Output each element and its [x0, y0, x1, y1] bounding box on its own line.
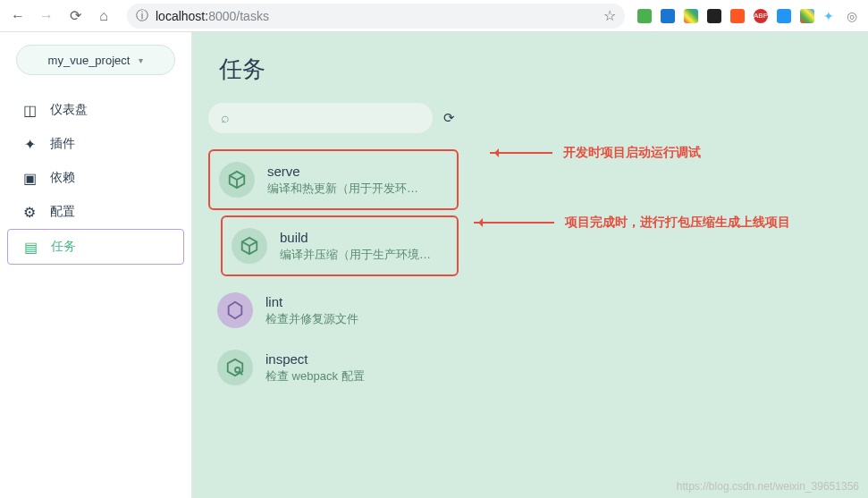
browser-toolbar: ← → ⟳ ⌂ ⓘ localhost:8000/tasks ☆ ABP ✦ ◎ [0, 0, 868, 32]
ext-icon[interactable]: ◎ [847, 9, 861, 23]
annotation-build: 项目完成时，进行打包压缩生成上线项目 [474, 215, 790, 231]
ext-icon[interactable] [684, 9, 698, 23]
package-icon: ▣ [21, 170, 38, 186]
ext-icon[interactable] [777, 9, 791, 23]
search-input[interactable]: ⌕ [208, 103, 433, 133]
home-button[interactable]: ⌂ [93, 5, 114, 27]
refresh-button[interactable]: ⟳ [440, 106, 459, 130]
ext-icon[interactable] [661, 9, 675, 23]
abp-icon[interactable]: ABP [754, 9, 768, 23]
tasks-icon: ▤ [22, 239, 38, 255]
task-desc: 编译和热更新（用于开发环… [267, 181, 418, 197]
task-name: serve [267, 164, 418, 179]
puzzle-icon: ✦ [21, 136, 38, 152]
url-text: localhost:8000/tasks [156, 9, 269, 23]
ext-icon[interactable] [707, 9, 721, 23]
sidebar-item-label: 插件 [50, 136, 75, 152]
cube-icon [232, 228, 267, 264]
sidebar-item-label: 任务 [51, 239, 76, 255]
bookmark-icon[interactable]: ☆ [603, 7, 616, 24]
hexagon-icon [217, 292, 253, 328]
project-name: my_vue_project [48, 54, 131, 67]
search-icon: ⌕ [221, 110, 230, 126]
sidebar-item-config[interactable]: ⚙ 配置 [7, 195, 184, 229]
watermark: https://blog.csdn.net/weixin_39651356 [677, 480, 859, 493]
cube-search-icon [217, 350, 253, 385]
annotation-text: 开发时项目启动运行调试 [563, 145, 701, 161]
forward-button[interactable]: → [36, 5, 57, 27]
annotation-serve: 开发时项目启动运行调试 [490, 145, 701, 161]
arrow-icon [490, 152, 552, 154]
task-item-inspect[interactable]: inspect 检查 webpack 配置 [208, 339, 459, 396]
info-icon: ⓘ [136, 8, 148, 24]
main-content: 任务 ⌕ ⟳ serve 编译和热更新（用于开发环… [192, 32, 868, 498]
sidebar-item-label: 配置 [50, 204, 75, 220]
chevron-down-icon: ▾ [139, 55, 143, 65]
sidebar-item-tasks[interactable]: ▤ 任务 [7, 229, 184, 265]
sidebar-item-dashboard[interactable]: ◫ 仪表盘 [7, 93, 184, 127]
task-item-serve[interactable]: serve 编译和热更新（用于开发环… [208, 149, 459, 210]
sidebar-item-deps[interactable]: ▣ 依赖 [7, 161, 184, 195]
extension-icons: ABP ✦ ◎ [637, 9, 861, 23]
page-title: 任务 [192, 32, 868, 103]
dashboard-icon: ◫ [21, 102, 38, 118]
sidebar-item-plugins[interactable]: ✦ 插件 [7, 127, 184, 161]
task-item-build[interactable]: build 编译并压缩（用于生产环境… [221, 215, 459, 276]
task-name: build [280, 230, 431, 245]
reload-button[interactable]: ⟳ [64, 5, 86, 27]
annotation-text: 项目完成时，进行打包压缩生成上线项目 [565, 215, 790, 231]
task-item-lint[interactable]: lint 检查并修复源文件 [208, 282, 459, 339]
ext-icon[interactable]: ✦ [823, 9, 838, 23]
svg-point-0 [235, 367, 240, 373]
sidebar: my_vue_project ▾ ◫ 仪表盘 ✦ 插件 ▣ 依赖 ⚙ 配置 ▤ … [0, 32, 192, 498]
ext-icon[interactable] [730, 9, 745, 23]
task-desc: 检查 webpack 配置 [265, 368, 365, 384]
task-desc: 检查并修复源文件 [265, 311, 358, 327]
task-desc: 编译并压缩（用于生产环境… [280, 247, 431, 263]
cube-icon [219, 162, 255, 198]
project-selector[interactable]: my_vue_project ▾ [16, 45, 175, 75]
address-bar[interactable]: ⓘ localhost:8000/tasks ☆ [127, 4, 625, 29]
sidebar-item-label: 依赖 [50, 170, 75, 186]
gear-icon: ⚙ [21, 204, 38, 220]
task-name: inspect [265, 351, 365, 367]
task-name: lint [265, 294, 358, 309]
arrow-icon [474, 222, 554, 224]
sidebar-item-label: 仪表盘 [50, 102, 88, 118]
ext-icon[interactable] [800, 9, 814, 23]
ext-icon[interactable] [637, 9, 652, 23]
back-button[interactable]: ← [7, 5, 29, 27]
